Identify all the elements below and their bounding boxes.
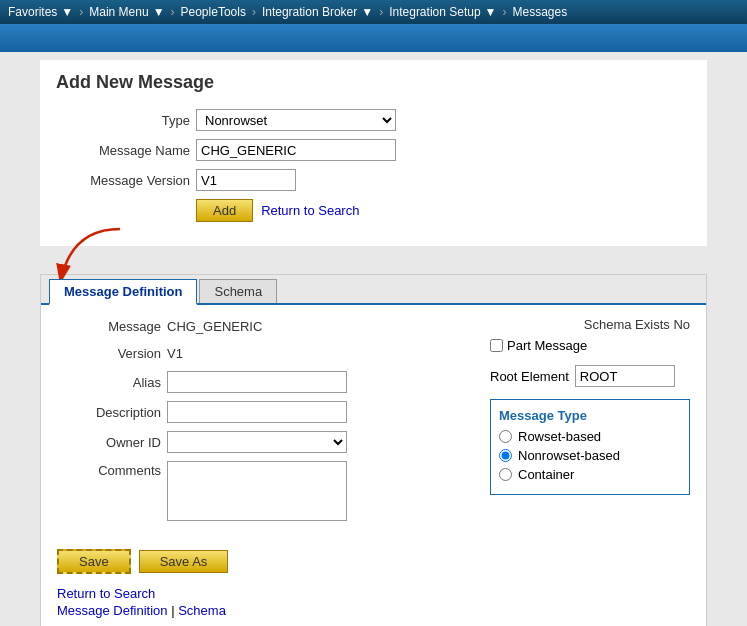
- message-version-input[interactable]: [196, 169, 296, 191]
- container-row: Container: [499, 467, 681, 482]
- integration-broker-arrow: ▼: [361, 5, 373, 19]
- container-label: Container: [518, 467, 574, 482]
- message-version-row: Message Version: [56, 169, 691, 191]
- left-form: Message CHG_GENERIC Version V1 Alias Des…: [57, 317, 470, 529]
- type-row: Type Nonrowset: [56, 109, 691, 131]
- type-select[interactable]: Nonrowset: [196, 109, 396, 131]
- type-label: Type: [56, 113, 196, 128]
- return-to-search-link-top[interactable]: Return to Search: [261, 203, 359, 218]
- add-button-row: Add Return to Search: [56, 199, 691, 222]
- message-version-label: Message Version: [56, 173, 196, 188]
- schema-exists-row: Schema Exists No: [490, 317, 690, 332]
- part-message-checkbox[interactable]: [490, 339, 503, 352]
- rowset-based-label: Rowset-based: [518, 429, 601, 444]
- header-band: [0, 24, 747, 52]
- right-form: Schema Exists No Part Message Root Eleme…: [490, 317, 690, 529]
- tabs-bar: Message Definition Schema: [41, 275, 706, 305]
- add-button[interactable]: Add: [196, 199, 253, 222]
- message-type-title: Message Type: [499, 408, 681, 423]
- root-element-input[interactable]: [575, 365, 675, 387]
- nonrowset-based-radio[interactable]: [499, 449, 512, 462]
- sep4: ›: [379, 5, 383, 19]
- bottom-tab-links: Message Definition | Schema: [57, 603, 690, 618]
- main-menu-nav[interactable]: Main Menu: [89, 5, 148, 19]
- nonrowset-based-label: Nonrowset-based: [518, 448, 620, 463]
- schema-link[interactable]: Schema: [178, 603, 226, 618]
- save-button[interactable]: Save: [57, 549, 131, 574]
- def-comments-label: Comments: [57, 461, 167, 478]
- def-version-value: V1: [167, 344, 183, 363]
- def-owner-label: Owner ID: [57, 435, 167, 450]
- def-comments-row: Comments: [57, 461, 470, 521]
- sep1: ›: [79, 5, 83, 19]
- lower-panel: Message Definition Schema Message CHG_GE…: [40, 274, 707, 626]
- part-message-label: Part Message: [507, 338, 587, 353]
- navigation-bar: Favorites ▼ › Main Menu ▼ › PeopleTools …: [0, 0, 747, 24]
- main-menu-arrow: ▼: [153, 5, 165, 19]
- sep3: ›: [252, 5, 256, 19]
- def-comments-wrapper: [167, 461, 347, 521]
- tab-schema[interactable]: Schema: [199, 279, 277, 303]
- nonrowset-based-row: Nonrowset-based: [499, 448, 681, 463]
- schema-exists-label: Schema Exists: [584, 317, 670, 332]
- button-row: Save Save As: [41, 541, 706, 582]
- def-owner-row: Owner ID: [57, 431, 470, 453]
- def-version-row: Version V1: [57, 344, 470, 363]
- lower-section-wrapper: Message Definition Schema Message CHG_GE…: [0, 274, 747, 626]
- tab-message-definition[interactable]: Message Definition: [49, 279, 197, 305]
- def-owner-select[interactable]: [167, 431, 347, 453]
- def-alias-input[interactable]: [167, 371, 347, 393]
- people-tools-nav[interactable]: PeopleTools: [181, 5, 246, 19]
- root-element-row: Root Element: [490, 365, 690, 387]
- integration-setup-arrow: ▼: [485, 5, 497, 19]
- bottom-links: Return to Search Message Definition | Sc…: [41, 582, 706, 626]
- favorites-arrow: ▼: [61, 5, 73, 19]
- messages-nav: Messages: [512, 5, 567, 19]
- def-message-row: Message CHG_GENERIC: [57, 317, 470, 336]
- message-name-row: Message Name: [56, 139, 691, 161]
- message-type-box: Message Type Rowset-based Nonrowset-base…: [490, 399, 690, 495]
- message-definition-link[interactable]: Message Definition: [57, 603, 168, 618]
- rowset-based-radio[interactable]: [499, 430, 512, 443]
- def-message-value: CHG_GENERIC: [167, 317, 262, 336]
- page-title: Add New Message: [56, 72, 691, 93]
- top-section-inner: Add New Message Type Nonrowset Message N…: [40, 60, 707, 246]
- def-version-label: Version: [57, 346, 167, 361]
- message-name-input[interactable]: [196, 139, 396, 161]
- def-alias-row: Alias: [57, 371, 470, 393]
- message-name-label: Message Name: [56, 143, 196, 158]
- def-description-row: Description: [57, 401, 470, 423]
- sep2: ›: [171, 5, 175, 19]
- sep5: ›: [502, 5, 506, 19]
- def-alias-label: Alias: [57, 375, 167, 390]
- container-radio[interactable]: [499, 468, 512, 481]
- root-element-label: Root Element: [490, 369, 569, 384]
- def-message-label: Message: [57, 319, 167, 334]
- def-description-label: Description: [57, 405, 167, 420]
- favorites-nav[interactable]: Favorites: [8, 5, 57, 19]
- section-gap: [0, 254, 747, 274]
- part-message-row: Part Message: [490, 338, 690, 353]
- def-comments-textarea[interactable]: [167, 461, 347, 521]
- definition-content: Message CHG_GENERIC Version V1 Alias Des…: [41, 305, 706, 541]
- save-as-button[interactable]: Save As: [139, 550, 229, 573]
- def-description-input[interactable]: [167, 401, 347, 423]
- integration-broker-nav[interactable]: Integration Broker: [262, 5, 357, 19]
- schema-exists-value: No: [673, 317, 690, 332]
- return-to-search-link-bottom[interactable]: Return to Search: [57, 586, 690, 601]
- integration-setup-nav[interactable]: Integration Setup: [389, 5, 480, 19]
- rowset-based-row: Rowset-based: [499, 429, 681, 444]
